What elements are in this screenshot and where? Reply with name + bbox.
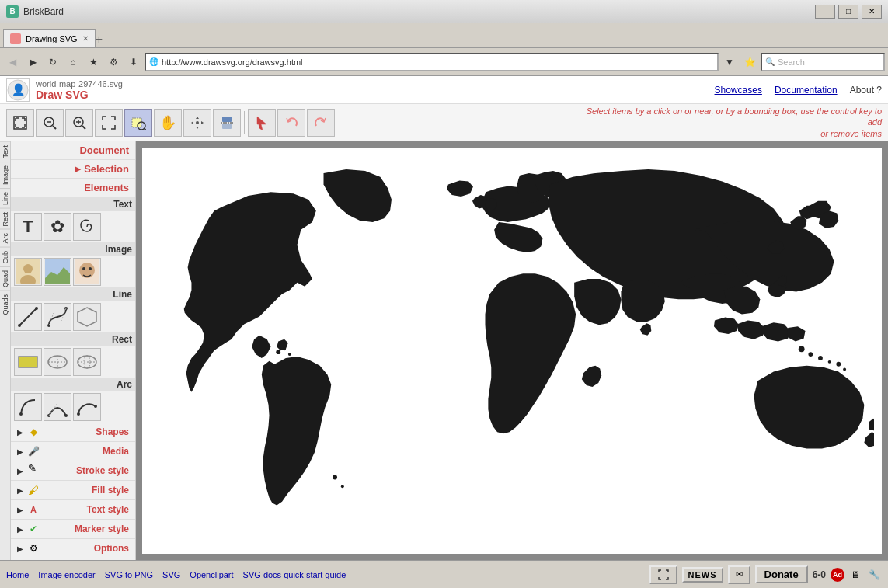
stroke-icon: ✏	[23, 461, 43, 480]
text-spiral-tool[interactable]	[73, 213, 101, 241]
options-arrow-icon: ▶	[17, 545, 23, 553]
vert-tab-image[interactable]: Image	[0, 162, 10, 188]
arc2-tool[interactable]	[44, 393, 71, 421]
arc3-tool[interactable]	[73, 393, 101, 421]
showcases-link[interactable]: Showcases	[715, 85, 762, 96]
sidebar-nav-document[interactable]: Document	[11, 141, 135, 160]
fill-style-expand[interactable]: ▶ 🖌 Fill style	[11, 481, 135, 500]
settings-button[interactable]: ⚙	[104, 53, 123, 71]
url-icon: 🌐	[149, 57, 158, 66]
redo-button[interactable]	[307, 109, 335, 137]
minimize-button[interactable]: —	[815, 5, 835, 19]
email-button[interactable]: ✉	[728, 565, 750, 584]
zoom-box-button[interactable]	[124, 109, 152, 137]
options-label: Options	[94, 543, 129, 554]
arc1-tool[interactable]	[14, 393, 42, 421]
vert-tab-quad[interactable]: Quad	[0, 266, 10, 291]
settings-bottom-icon[interactable]: 🔧	[866, 567, 882, 583]
line-straight-tool[interactable]	[14, 303, 42, 331]
status-icons: Ad 🖥 🔧	[831, 567, 882, 583]
nav-star-button[interactable]: ⭐	[740, 53, 759, 71]
home-link[interactable]: Home	[6, 570, 29, 579]
back-button[interactable]: ◀	[3, 53, 22, 71]
sidebar-main: Document ▶ Selection Elements Text T ✿ I…	[11, 141, 135, 560]
vert-tab-quads[interactable]: Quads	[0, 291, 10, 318]
bookmark-button[interactable]: ★	[84, 53, 103, 71]
new-tab-button[interactable]: +	[96, 32, 111, 47]
circle-tool[interactable]	[73, 348, 101, 376]
fit-selection-button[interactable]	[95, 109, 123, 137]
svg-point-55	[836, 362, 841, 367]
flip-v-button[interactable]	[213, 109, 241, 137]
ellipse-tool[interactable]	[44, 348, 71, 376]
move-button[interactable]	[183, 109, 211, 137]
svg-point-27	[35, 307, 38, 310]
vert-tab-rect[interactable]: Rect	[0, 208, 10, 230]
download-button[interactable]: ⬇	[124, 53, 143, 71]
forward-button[interactable]: ▶	[23, 53, 42, 71]
undo-button[interactable]	[277, 109, 305, 137]
line-section-label: Line	[11, 287, 135, 301]
svg-point-50	[340, 485, 343, 488]
select-tool-button[interactable]	[248, 109, 276, 137]
image-landscape-tool[interactable]	[44, 258, 71, 286]
text-tool[interactable]: T	[14, 213, 42, 241]
zoom-out-button[interactable]	[36, 109, 64, 137]
shapes-expand[interactable]: ▶ ◆ Shapes	[11, 423, 135, 442]
vert-tab-cub[interactable]: Cub	[0, 247, 10, 267]
image-encoder-link[interactable]: Image encoder	[38, 570, 95, 579]
marker-style-expand[interactable]: ▶ ✔ Marker style	[11, 520, 135, 539]
zoom-in-button[interactable]	[65, 109, 93, 137]
options-expand[interactable]: ▶ ⚙ Options	[11, 539, 135, 558]
media-expand[interactable]: ▶ 🎤 Media	[11, 442, 135, 461]
text-style-expand[interactable]: ▶ A Text style	[11, 500, 135, 520]
app-header: 👤 world-map-297446.svg Draw SVG Showcase…	[0, 76, 888, 104]
shapes-label: Shapes	[96, 426, 129, 437]
about-link[interactable]: About ?	[850, 85, 882, 96]
text-style-label: Text style	[87, 504, 129, 515]
stroke-arrow-icon: ▶	[17, 467, 23, 475]
stroke-style-expand[interactable]: ▶ ✏ Stroke style	[11, 461, 135, 481]
pan-button[interactable]: ✋	[154, 109, 182, 137]
svg-marker-32	[78, 308, 96, 326]
svg-rect-14	[222, 117, 232, 122]
rect-tool[interactable]	[14, 348, 42, 376]
line-curve-tool[interactable]	[44, 303, 71, 331]
url-bar[interactable]: 🌐 http://www.drawsvg.org/drawsvg.html	[145, 53, 719, 71]
canvas-area[interactable]	[136, 141, 888, 560]
nav-go-button[interactable]: ▼	[720, 53, 739, 71]
drawing-svg-tab[interactable]: Drawing SVG ✕	[3, 29, 96, 47]
vert-tab-arc[interactable]: Arc	[0, 229, 10, 247]
refresh-button[interactable]: ↻	[44, 53, 62, 71]
monitor-icon[interactable]: 🖥	[848, 567, 863, 583]
search-box[interactable]: 🔍 Search	[761, 53, 885, 71]
maximize-button[interactable]: □	[838, 5, 858, 19]
text-flower-tool[interactable]: ✿	[44, 213, 71, 241]
fit-page-button[interactable]	[6, 109, 34, 137]
image-face-tool[interactable]	[73, 258, 101, 286]
vert-tab-line[interactable]: Line	[0, 188, 10, 208]
tab-close-button[interactable]: ✕	[82, 34, 89, 43]
close-button[interactable]: ✕	[862, 5, 882, 19]
line-hex-tool[interactable]	[73, 303, 101, 331]
filename: world-map-297446.svg	[36, 79, 123, 89]
fullscreen-button[interactable]	[649, 565, 677, 584]
world-map-container	[142, 148, 882, 554]
ad-icon[interactable]: Ad	[831, 568, 844, 582]
image-portrait-tool[interactable]	[14, 258, 42, 286]
sidebar-nav-elements[interactable]: Elements	[11, 179, 135, 197]
svg-to-png-link[interactable]: SVG to PNG	[105, 570, 153, 579]
sidebar-nav-selection[interactable]: ▶ Selection	[11, 160, 135, 179]
app-title-text: Draw SVG	[36, 89, 123, 101]
svg-docs-link[interactable]: SVG docs quick start guide	[243, 570, 346, 579]
home-button[interactable]: ⌂	[64, 53, 82, 71]
selection-arrow: ▶	[75, 165, 81, 173]
documentation-link[interactable]: Documentation	[775, 85, 838, 96]
openclipart-link[interactable]: Openclipart	[190, 570, 233, 579]
vert-tab-text[interactable]: Text	[0, 141, 10, 162]
svg-link[interactable]: SVG	[162, 570, 180, 579]
donate-button[interactable]: Donate	[755, 565, 808, 583]
canvas-inner[interactable]	[142, 148, 882, 554]
svg-line-25	[19, 308, 37, 325]
news-button[interactable]: NEWS	[682, 567, 723, 583]
